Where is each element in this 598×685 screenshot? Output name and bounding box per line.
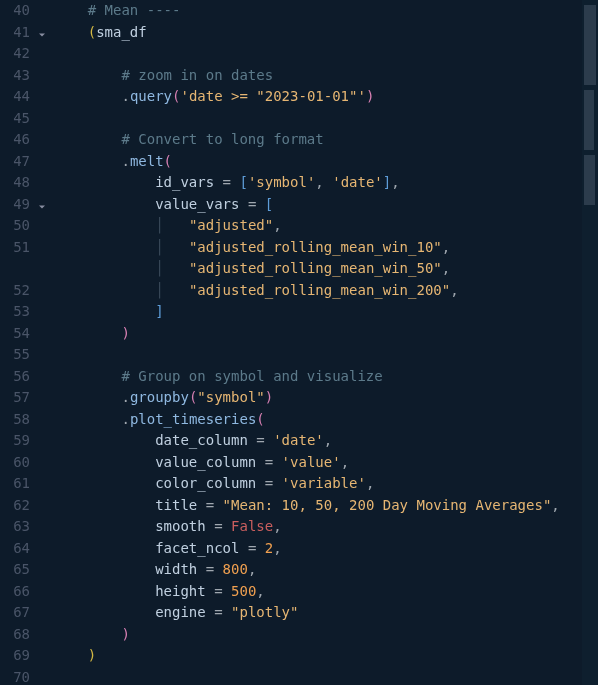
token-punct: , [551,497,559,513]
token-string: 'date >= "2023-01-01"' [180,88,365,104]
token-operator: = [197,561,222,577]
code-line[interactable]: .query('date >= "2023-01-01"') [54,86,598,108]
token-punct: , [366,475,374,491]
token-string: 'variable' [282,475,366,491]
token-name: id_vars [155,174,214,190]
token-punct: , [341,454,349,470]
line-number: 47 [0,151,30,173]
token-paren-pink: ) [121,325,129,341]
line-number: 54 [0,323,30,345]
code-line[interactable]: │ "adjusted_rolling_mean_win_10", [54,237,598,259]
code-editor[interactable]: 4041424344454647484950515253545556575859… [0,0,598,685]
line-number: 63 [0,516,30,538]
token-name: color_column [155,475,256,491]
minimap[interactable] [582,0,598,685]
code-line[interactable]: value_vars = [ [54,194,598,216]
token-method: query [130,88,172,104]
line-number: 51 [0,237,30,259]
code-line[interactable] [54,667,598,686]
code-line[interactable]: ) [54,645,598,667]
code-line[interactable]: .groupby("symbol") [54,387,598,409]
token-paren-blue: [ [239,174,247,190]
token-number: 800 [223,561,248,577]
code-line[interactable]: (sma_df [54,22,598,44]
code-line[interactable]: date_column = 'date', [54,430,598,452]
code-content[interactable]: # Mean ---- (sma_df # zoom in on dates .… [54,0,598,685]
line-number: 50 [0,215,30,237]
token-paren-yellow: ) [88,647,96,663]
code-line[interactable]: .melt( [54,151,598,173]
token-name: smooth [155,518,206,534]
token-comment: # Convert to long format [121,131,323,147]
token-paren-pink: ) [121,626,129,642]
token-punct: , [273,217,281,233]
line-number: 53 [0,301,30,323]
code-line[interactable]: ) [54,624,598,646]
fold-gutter [36,0,54,685]
line-number: 57 [0,387,30,409]
token-comment: # Mean ---- [88,2,181,18]
code-line[interactable]: │ "adjusted_rolling_mean_win_200", [54,280,598,302]
chevron-down-icon[interactable] [36,198,48,210]
code-line[interactable]: facet_ncol = 2, [54,538,598,560]
code-line[interactable] [54,108,598,130]
token-string: "Mean: 10, 50, 200 Day Moving Averages" [223,497,552,513]
line-number: 59 [0,430,30,452]
line-number: 62 [0,495,30,517]
token-punct: , [273,540,281,556]
code-line[interactable]: value_column = 'value', [54,452,598,474]
line-number-gutter: 4041424344454647484950515253545556575859… [0,0,36,685]
token-operator: = [197,497,222,513]
code-line[interactable]: .plot_timeseries( [54,409,598,431]
code-line[interactable]: │ "adjusted", [54,215,598,237]
chevron-down-icon[interactable] [36,26,48,38]
token-name: facet_ncol [155,540,239,556]
token-name: height [155,583,206,599]
code-line[interactable]: # Convert to long format [54,129,598,151]
token-punct: , [273,518,281,534]
token-string: "symbol" [197,389,264,405]
code-line[interactable] [54,43,598,65]
line-number: 43 [0,65,30,87]
token-name: title [155,497,197,513]
token-punct: , [248,561,256,577]
code-line[interactable]: # Mean ---- [54,0,598,22]
code-line[interactable]: width = 800, [54,559,598,581]
token-string: 'date' [273,432,324,448]
token-comment: # Group on symbol and visualize [121,368,382,384]
line-number: 64 [0,538,30,560]
code-line[interactable]: ) [54,323,598,345]
token-comment: # zoom in on dates [121,67,273,83]
line-number: 45 [0,108,30,130]
token-punct: , [391,174,399,190]
token-operator: = [206,583,231,599]
token-punct: . [121,153,129,169]
token-string: 'symbol' [248,174,315,190]
code-line[interactable]: smooth = False, [54,516,598,538]
token-paren-pink: ( [256,411,264,427]
line-number: 60 [0,452,30,474]
code-line[interactable]: engine = "plotly" [54,602,598,624]
code-line[interactable]: ] [54,301,598,323]
token-number: 2 [265,540,273,556]
line-number: 49 [0,194,30,216]
token-string: 'date' [332,174,383,190]
token-punct: , [256,583,264,599]
line-number: 42 [0,43,30,65]
code-line[interactable]: color_column = 'variable', [54,473,598,495]
token-operator: = [248,432,273,448]
token-operator: = [239,540,264,556]
line-number: 68 [0,624,30,646]
code-line[interactable]: # zoom in on dates [54,65,598,87]
code-line[interactable]: id_vars = ['symbol', 'date'], [54,172,598,194]
code-line[interactable]: title = "Mean: 10, 50, 200 Day Moving Av… [54,495,598,517]
token-operator: = [206,604,231,620]
code-line[interactable]: # Group on symbol and visualize [54,366,598,388]
token-string: 'value' [282,454,341,470]
token-paren-pink: ) [366,88,374,104]
token-punct: . [121,411,129,427]
token-string: "adjusted_rolling_mean_win_50" [189,260,442,276]
code-line[interactable]: │ "adjusted_rolling_mean_win_50", [54,258,598,280]
code-line[interactable] [54,344,598,366]
code-line[interactable]: height = 500, [54,581,598,603]
